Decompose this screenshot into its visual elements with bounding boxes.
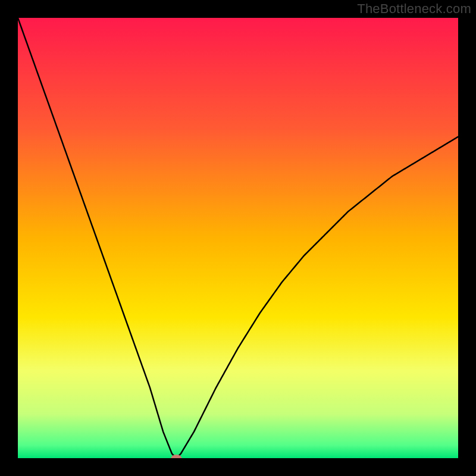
plot-svg bbox=[18, 18, 458, 458]
watermark-text: TheBottleneck.com bbox=[357, 1, 471, 17]
chart-frame: TheBottleneck.com bbox=[0, 0, 476, 476]
plot-area bbox=[18, 18, 458, 458]
gradient-background bbox=[18, 18, 458, 458]
